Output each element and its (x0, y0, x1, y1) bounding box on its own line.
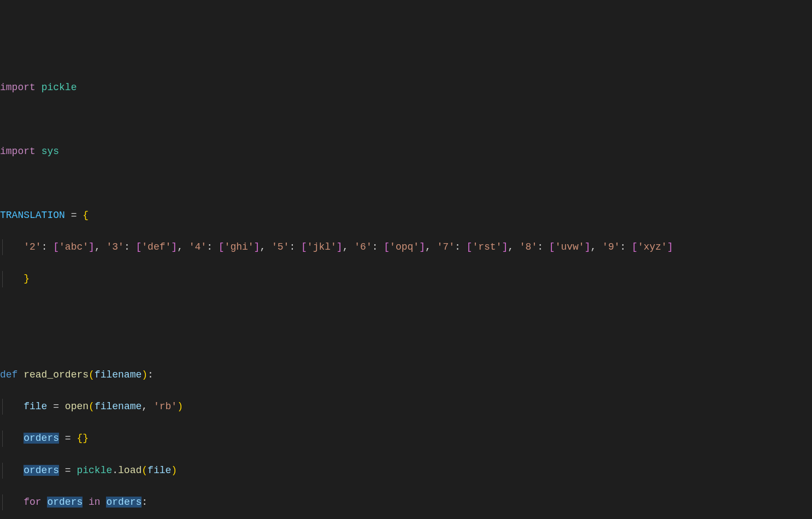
occurrence-highlight: orders (23, 433, 59, 444)
code-line[interactable]: import sys (0, 144, 812, 160)
code-editor[interactable]: import pickle import sys TRANSLATION = {… (0, 64, 812, 519)
code-line[interactable] (0, 111, 812, 127)
code-line[interactable]: } (0, 271, 812, 287)
code-line[interactable]: def read_orders(filename): (0, 367, 812, 383)
code-line[interactable] (0, 335, 812, 351)
constant-translation: TRANSLATION (0, 210, 65, 221)
code-line[interactable]: import pickle (0, 80, 812, 96)
code-line[interactable]: '2': ['abc'], '3': ['def'], '4': ['ghi']… (0, 239, 812, 255)
code-line[interactable]: orders = {} (0, 430, 812, 446)
code-line[interactable] (0, 175, 812, 191)
code-line[interactable]: for orders in orders: (0, 494, 812, 510)
module-pickle: pickle (42, 82, 77, 93)
code-line[interactable] (0, 303, 812, 319)
module-sys: sys (42, 146, 59, 157)
code-line[interactable]: orders = pickle.load(file) (0, 463, 812, 479)
keyword-import: import (0, 82, 36, 93)
occurrence-highlight: orders (106, 497, 142, 508)
code-line[interactable]: file = open(filename, 'rb') (0, 399, 812, 415)
occurrence-highlight: orders (23, 465, 59, 476)
function-read_orders: read_orders (23, 369, 89, 380)
keyword-def: def (0, 369, 17, 380)
occurrence-highlight: orders (47, 497, 83, 508)
keyword-import: import (0, 146, 36, 157)
code-line[interactable]: TRANSLATION = { (0, 208, 812, 223)
